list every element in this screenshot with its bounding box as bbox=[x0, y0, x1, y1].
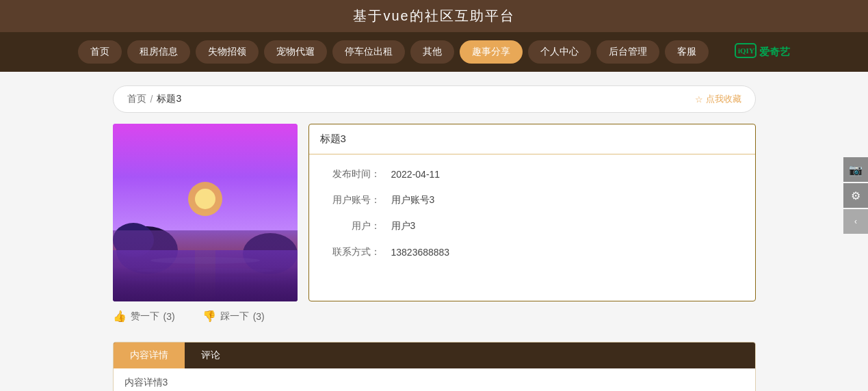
bookmark-button[interactable]: ☆ 点我收藏 bbox=[695, 93, 741, 105]
nav-item-rental[interactable]: 租房信息 bbox=[127, 40, 190, 64]
nav-item-fun[interactable]: 趣事分享 bbox=[460, 40, 523, 64]
publish-time-row: 发布时间： 2022-04-11 bbox=[320, 161, 744, 187]
tab-comment[interactable]: 评论 bbox=[185, 342, 237, 368]
info-card-title: 标题3 bbox=[309, 124, 755, 154]
user-value: 用户3 bbox=[391, 220, 416, 232]
like-label: 赞一下 bbox=[131, 310, 159, 323]
post-image bbox=[113, 124, 298, 301]
nav-item-lost[interactable]: 失物招领 bbox=[196, 40, 259, 64]
svg-point-9 bbox=[150, 257, 260, 264]
tabs-body: 内容详情3 bbox=[114, 368, 755, 391]
camera-tool-button[interactable]: 📷 bbox=[843, 157, 868, 182]
tab-content[interactable]: 内容详情 bbox=[114, 342, 185, 368]
right-tools: 📷 ⚙ ‹ bbox=[843, 157, 868, 234]
svg-point-5 bbox=[116, 226, 178, 274]
content-detail-text: 内容详情3 bbox=[124, 377, 168, 388]
post-image-svg bbox=[113, 124, 298, 301]
nav-item-service[interactable]: 客服 bbox=[665, 40, 709, 64]
gear-icon: ⚙ bbox=[851, 189, 860, 202]
info-card-body: 发布时间： 2022-04-11 用户账号： 用户账号3 用户： 用户3 联系方… bbox=[309, 154, 755, 272]
svg-rect-12 bbox=[195, 250, 215, 301]
svg-point-10 bbox=[137, 268, 274, 273]
image-section: 👍 赞一下 (3) 👎 踩一下 (3) bbox=[113, 124, 298, 331]
iqiyi-logo: iQIYI 爱奇艺 bbox=[735, 43, 790, 62]
collapse-button[interactable]: ‹ bbox=[843, 209, 868, 234]
account-value: 用户账号3 bbox=[391, 194, 435, 206]
tabs-section: 内容详情 评论 内容详情3 bbox=[113, 342, 756, 391]
bookmark-label: 点我收藏 bbox=[706, 93, 741, 105]
like-icon: 👍 bbox=[113, 310, 127, 323]
svg-rect-8 bbox=[113, 250, 298, 301]
dislike-icon: 👎 bbox=[202, 310, 216, 323]
camera-icon: 📷 bbox=[849, 163, 863, 176]
contact-row: 联系方式： 13823688883 bbox=[320, 239, 744, 265]
like-button[interactable]: 👍 赞一下 (3) bbox=[113, 310, 175, 323]
account-label: 用户账号： bbox=[326, 194, 380, 206]
svg-point-4 bbox=[195, 189, 215, 209]
account-row: 用户账号： 用户账号3 bbox=[320, 187, 744, 213]
breadcrumb-separator: / bbox=[150, 94, 153, 105]
tabs-header: 内容详情 评论 bbox=[114, 342, 755, 368]
breadcrumb-home[interactable]: 首页 bbox=[127, 93, 146, 105]
navbar: 首页 租房信息 失物招领 宠物代遛 停车位出租 其他 趣事分享 个人中心 后台管… bbox=[0, 32, 868, 72]
nav-item-pet[interactable]: 宠物代遛 bbox=[264, 40, 327, 64]
svg-point-6 bbox=[113, 223, 154, 257]
svg-text:iQIYI: iQIYI bbox=[738, 46, 757, 55]
breadcrumb: 首页 / 标题3 ☆ 点我收藏 bbox=[113, 85, 756, 113]
publish-time-label: 发布时间： bbox=[326, 168, 380, 180]
dislike-count: (3) bbox=[253, 311, 265, 322]
detail-area: 👍 赞一下 (3) 👎 踩一下 (3) 标题3 发布时间： 2022-04-11 bbox=[113, 124, 756, 331]
nav-item-home[interactable]: 首页 bbox=[78, 40, 122, 64]
nav-item-other[interactable]: 其他 bbox=[410, 40, 454, 64]
reaction-bar: 👍 赞一下 (3) 👎 踩一下 (3) bbox=[113, 301, 298, 331]
star-icon: ☆ bbox=[695, 94, 703, 105]
user-label: 用户： bbox=[326, 220, 380, 232]
iqiyi-text: 爱奇艺 bbox=[759, 46, 790, 59]
contact-value: 13823688883 bbox=[391, 247, 450, 258]
breadcrumb-current: 标题3 bbox=[157, 93, 181, 105]
page-title: 基于vue的社区互助平台 bbox=[0, 0, 868, 32]
main-content: 首页 / 标题3 ☆ 点我收藏 bbox=[99, 85, 770, 391]
contact-label: 联系方式： bbox=[326, 246, 380, 258]
chevron-left-icon: ‹ bbox=[854, 217, 857, 226]
dislike-button[interactable]: 👎 踩一下 (3) bbox=[202, 310, 265, 323]
app-title-text: 基于vue的社区互助平台 bbox=[353, 8, 514, 23]
nav-item-admin[interactable]: 后台管理 bbox=[596, 40, 659, 64]
info-card: 标题3 发布时间： 2022-04-11 用户账号： 用户账号3 用户： 用户3 bbox=[308, 124, 756, 301]
publish-time-value: 2022-04-11 bbox=[391, 169, 440, 180]
dislike-label: 踩一下 bbox=[220, 310, 249, 323]
like-count: (3) bbox=[163, 311, 175, 322]
nav-item-profile[interactable]: 个人中心 bbox=[528, 40, 591, 64]
svg-point-11 bbox=[123, 277, 287, 282]
nav-item-parking[interactable]: 停车位出租 bbox=[332, 40, 405, 64]
iqiyi-icon: iQIYI bbox=[735, 43, 757, 62]
user-row: 用户： 用户3 bbox=[320, 213, 744, 239]
svg-point-7 bbox=[243, 233, 298, 274]
breadcrumb-left: 首页 / 标题3 bbox=[127, 93, 182, 105]
settings-tool-button[interactable]: ⚙ bbox=[843, 183, 868, 208]
